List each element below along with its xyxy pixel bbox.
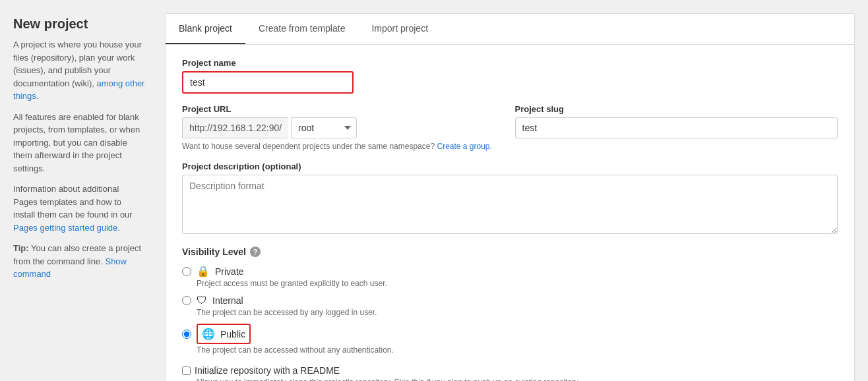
private-label: Private <box>215 266 244 277</box>
project-name-group: Project name <box>182 58 838 94</box>
project-url-label: Project URL <box>182 104 505 114</box>
form-body: Project name Project URL http://192.168.… <box>166 45 854 381</box>
project-name-label: Project name <box>182 58 838 68</box>
lock-icon: 🔒 <box>197 265 210 278</box>
tab-import-project[interactable]: Import project <box>358 14 441 44</box>
visibility-option-private: 🔒 Private Project access must be granted… <box>182 265 838 288</box>
visibility-option-internal: 🛡 Internal The project can be accessed b… <box>182 295 838 317</box>
internal-desc: The project can be accessed by any logge… <box>197 308 838 317</box>
namespace-select[interactable]: root <box>291 117 357 138</box>
tab-create-from-template[interactable]: Create from template <box>245 14 359 44</box>
description-textarea[interactable] <box>182 175 838 234</box>
description-label: Project description (optional) <box>182 161 838 171</box>
sidebar-para2: All features are enabled for blank proje… <box>13 111 145 175</box>
public-radio-row: 🌐 Public <box>182 324 838 344</box>
page-title: New project <box>13 16 145 32</box>
namespace-hint: Want to house several dependent projects… <box>182 142 505 151</box>
create-group-link[interactable]: Create a group. <box>437 142 491 151</box>
internal-radio-row: 🛡 Internal <box>182 295 838 307</box>
visibility-option-public: 🌐 Public The project can be accessed wit… <box>182 324 838 355</box>
init-repo-label: Initialize repository with a README <box>195 365 340 376</box>
project-slug-input[interactable] <box>515 117 838 138</box>
public-box-highlight: 🌐 Public <box>197 324 251 344</box>
public-desc: The project can be accessed without any … <box>197 345 838 355</box>
url-prefix: http://192.168.1.22:90/ <box>182 117 288 138</box>
sidebar-para3: Information about additional Pages templ… <box>13 183 145 234</box>
init-repo-row: Initialize repository with a README <box>182 365 838 376</box>
internal-label: Internal <box>212 295 243 306</box>
init-repo-checkbox[interactable] <box>182 366 191 375</box>
internal-radio[interactable] <box>182 296 191 305</box>
visibility-section: Visibility Level ? 🔒 Private Project acc… <box>182 247 838 355</box>
tab-blank-project[interactable]: Blank project <box>166 14 245 44</box>
visibility-help-icon[interactable]: ? <box>250 247 261 257</box>
init-repo-section: Initialize repository with a README Allo… <box>182 365 838 381</box>
project-slug-label: Project slug <box>515 104 838 114</box>
sidebar-link-pages-guide[interactable]: Pages getting started guide. <box>13 223 120 233</box>
visibility-header: Visibility Level ? <box>182 247 838 257</box>
main-content: Blank project Create from template Impor… <box>165 13 855 381</box>
init-repo-desc: Allows you to immediately clone this pro… <box>195 378 838 381</box>
url-fields-row: Project URL http://192.168.1.22:90/ root… <box>182 104 838 151</box>
shield-icon: 🛡 <box>197 295 207 307</box>
private-radio-row: 🔒 Private <box>182 265 838 278</box>
globe-icon: 🌐 <box>202 328 215 340</box>
sidebar: New project A project is where you house… <box>13 13 145 381</box>
private-radio[interactable] <box>182 267 191 276</box>
tabs-bar: Blank project Create from template Impor… <box>166 14 854 45</box>
private-desc: Project access must be granted explicitl… <box>197 279 838 288</box>
project-name-input[interactable] <box>182 71 354 94</box>
sidebar-para1: A project is where you house your files … <box>13 38 145 103</box>
sidebar-tip: Tip: You can also create a project from … <box>13 242 145 281</box>
url-left-group: Project URL http://192.168.1.22:90/ root… <box>182 104 505 151</box>
url-input-group: http://192.168.1.22:90/ root <box>182 117 505 138</box>
public-label: Public <box>220 329 245 339</box>
public-radio[interactable] <box>182 330 191 339</box>
slug-right-group: Project slug <box>515 104 838 138</box>
description-group: Project description (optional) <box>182 161 838 236</box>
